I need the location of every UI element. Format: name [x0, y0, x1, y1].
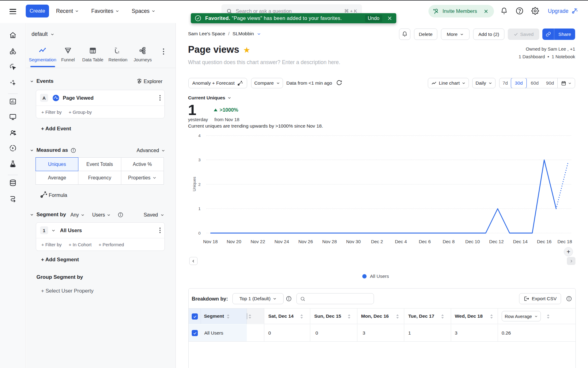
- svg-text:Dec 10: Dec 10: [465, 239, 480, 244]
- svg-text:Nov 30: Nov 30: [346, 239, 361, 244]
- svg-text:Nov 22: Nov 22: [251, 239, 265, 244]
- svg-text:Nov 24: Nov 24: [274, 239, 289, 244]
- svg-text:Dec 14: Dec 14: [513, 239, 528, 244]
- svg-text:Dec 8: Dec 8: [443, 239, 454, 244]
- svg-text:1: 1: [198, 206, 201, 211]
- svg-text:Nov 28: Nov 28: [322, 239, 337, 244]
- svg-text:2: 2: [198, 182, 201, 187]
- svg-text:Dec 6: Dec 6: [419, 239, 431, 244]
- svg-text:Dec 18: Dec 18: [557, 239, 572, 244]
- svg-text:Nov 26: Nov 26: [298, 239, 313, 244]
- svg-text:Dec 2: Dec 2: [371, 239, 383, 244]
- svg-text:Dec 4: Dec 4: [395, 239, 407, 244]
- svg-text:Nov 18: Nov 18: [203, 239, 218, 244]
- svg-text:4: 4: [198, 133, 201, 138]
- svg-text:Dec 16: Dec 16: [537, 239, 552, 244]
- svg-text:Nov 20: Nov 20: [227, 239, 241, 244]
- svg-text:0: 0: [198, 231, 201, 236]
- svg-text:3: 3: [198, 158, 201, 162]
- svg-text:Dec 12: Dec 12: [489, 239, 504, 244]
